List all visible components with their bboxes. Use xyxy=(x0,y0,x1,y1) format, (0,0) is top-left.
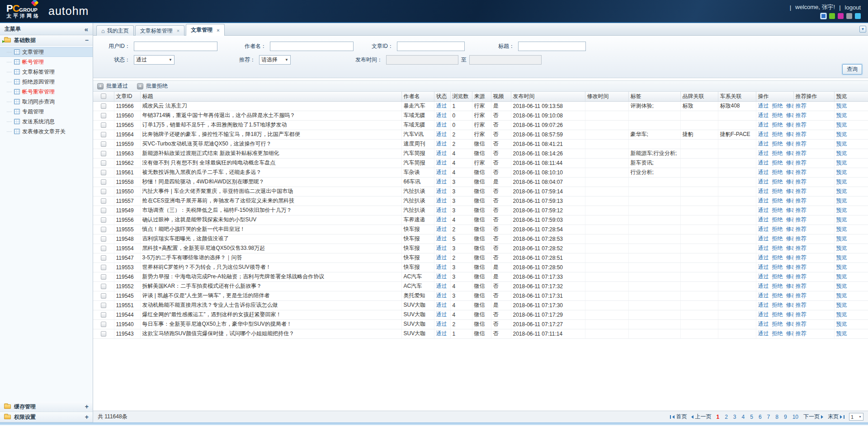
reject-link[interactable]: 拒绝 xyxy=(772,292,783,299)
reject-link[interactable]: 拒绝 xyxy=(772,140,783,147)
row-checkbox[interactable] xyxy=(101,151,106,156)
page-number-8[interactable]: 8 xyxy=(775,414,779,420)
approve-link[interactable]: 通过 xyxy=(758,330,769,337)
reject-link[interactable]: 拒绝 xyxy=(772,254,783,261)
recommend-link[interactable]: 推荐 xyxy=(796,122,807,128)
approve-link[interactable]: 通过 xyxy=(758,302,769,308)
preview-link[interactable]: 预览 xyxy=(836,245,847,251)
page-number-9[interactable]: 9 xyxy=(783,414,788,420)
preview-link[interactable]: 预览 xyxy=(836,169,847,175)
page-number-3[interactable]: 3 xyxy=(733,414,737,420)
logout-link[interactable]: logout xyxy=(845,4,861,11)
preview-link[interactable]: 预览 xyxy=(836,159,847,166)
row-checkbox[interactable] xyxy=(101,189,106,194)
author-name-input[interactable] xyxy=(270,42,354,51)
recommend-link[interactable]: 推荐 xyxy=(796,292,807,299)
edit-link[interactable]: 修改 xyxy=(786,264,794,270)
edit-link[interactable]: 修改 xyxy=(786,226,794,232)
recommend-link[interactable]: 推荐 xyxy=(796,273,807,280)
edit-link[interactable]: 修改 xyxy=(786,207,794,213)
edit-link[interactable]: 修改 xyxy=(786,321,794,327)
status-select[interactable]: 通过 ▼ xyxy=(134,55,175,65)
tab-menu-button[interactable]: ▼ xyxy=(859,26,866,33)
reject-link[interactable]: 拒绝 xyxy=(772,197,783,204)
preview-link[interactable]: 预览 xyxy=(836,321,847,327)
recommend-link[interactable]: 推荐 xyxy=(796,140,807,147)
edit-link[interactable]: 修改 xyxy=(786,122,794,128)
last-page-button[interactable]: 末页 xyxy=(828,413,844,421)
edit-link[interactable]: 修改 xyxy=(786,131,794,137)
first-page-button[interactable]: 首页 xyxy=(670,413,687,421)
sidebar-panel[interactable]: 权限设置+ xyxy=(0,412,93,422)
reject-link[interactable]: 拒绝 xyxy=(772,159,783,166)
approve-link[interactable]: 通过 xyxy=(758,131,769,137)
sidebar-group-basic-data[interactable]: 基础数据 − xyxy=(0,35,93,46)
row-checkbox[interactable] xyxy=(101,208,106,213)
sidebar-item[interactable]: 文章标签管理 xyxy=(0,67,93,77)
sidebar-item[interactable]: 文章管理 xyxy=(0,47,93,57)
page-number-4[interactable]: 4 xyxy=(741,414,745,420)
sidebar-item[interactable]: 取消同步查询 xyxy=(0,97,93,107)
recommend-link[interactable]: 推荐 xyxy=(796,311,807,318)
publish-start-input[interactable] xyxy=(386,55,458,65)
page-number-10[interactable]: 10 xyxy=(792,414,799,420)
row-checkbox[interactable] xyxy=(101,312,106,318)
recommend-link[interactable]: 推荐 xyxy=(796,150,807,156)
reject-link[interactable]: 拒绝 xyxy=(772,216,783,223)
approve-link[interactable]: 通过 xyxy=(758,311,769,318)
approve-link[interactable]: 通过 xyxy=(758,188,769,194)
recommend-link[interactable]: 推荐 xyxy=(796,216,807,223)
preview-link[interactable]: 预览 xyxy=(836,122,847,128)
approve-link[interactable]: 通过 xyxy=(758,150,769,156)
row-checkbox[interactable] xyxy=(101,179,106,185)
edit-link[interactable]: 修改 xyxy=(786,330,794,337)
recommend-link[interactable]: 推荐 xyxy=(796,207,807,213)
edit-link[interactable]: 修改 xyxy=(786,159,794,166)
recommend-link[interactable]: 推荐 xyxy=(796,254,807,261)
sidebar-item[interactable]: 发表修改文章开关 xyxy=(0,126,93,136)
sidebar-item[interactable]: 拒绝原因管理 xyxy=(0,77,93,87)
user-id-input[interactable] xyxy=(134,42,217,51)
recommend-link[interactable]: 推荐 xyxy=(796,197,807,204)
theme-swatch-sky[interactable] xyxy=(855,13,861,19)
row-checkbox[interactable] xyxy=(101,103,106,109)
title-input[interactable] xyxy=(518,42,586,51)
reject-link[interactable]: 拒绝 xyxy=(772,150,783,156)
approve-link[interactable]: 通过 xyxy=(758,283,769,289)
reject-link[interactable]: 拒绝 xyxy=(772,311,783,318)
preview-link[interactable]: 预览 xyxy=(836,216,847,223)
approve-link[interactable]: 通过 xyxy=(758,178,769,185)
edit-link[interactable]: 修改 xyxy=(786,197,794,204)
row-checkbox[interactable] xyxy=(101,141,106,147)
page-number-7[interactable]: 7 xyxy=(767,414,771,420)
recommend-link[interactable]: 推荐 xyxy=(796,283,807,289)
batch-approve-button[interactable]: + 批量通过 xyxy=(97,82,128,90)
reject-link[interactable]: 拒绝 xyxy=(772,178,783,185)
batch-reject-button[interactable]: + 批量拒绝 xyxy=(137,82,168,90)
sidebar-item[interactable]: 帐号重审管理 xyxy=(0,87,93,97)
recommend-link[interactable]: 推荐 xyxy=(796,169,807,175)
recommend-link[interactable]: 推荐 xyxy=(796,264,807,270)
preview-link[interactable]: 预览 xyxy=(836,226,847,232)
expand-plus-icon[interactable]: + xyxy=(85,414,89,420)
edit-link[interactable]: 修改 xyxy=(786,273,794,280)
row-checkbox[interactable] xyxy=(101,284,106,289)
publish-end-input[interactable] xyxy=(469,55,542,65)
sidebar-item[interactable]: 发送系统消息 xyxy=(0,117,93,126)
edit-link[interactable]: 修改 xyxy=(786,245,794,251)
row-checkbox[interactable] xyxy=(101,255,106,261)
preview-link[interactable]: 预览 xyxy=(836,140,847,147)
edit-link[interactable]: 修改 xyxy=(786,216,794,223)
edit-link[interactable]: 修改 xyxy=(786,188,794,194)
recommend-link[interactable]: 推荐 xyxy=(796,245,807,251)
approve-link[interactable]: 通过 xyxy=(758,273,769,280)
page-number-5[interactable]: 5 xyxy=(750,414,754,420)
recommend-link[interactable]: 推荐 xyxy=(796,178,807,185)
row-checkbox[interactable] xyxy=(101,322,106,327)
preview-link[interactable]: 预览 xyxy=(836,254,847,261)
sidebar-panel[interactable]: 缓存管理+ xyxy=(0,402,93,412)
row-checkbox[interactable] xyxy=(101,113,106,118)
preview-link[interactable]: 预览 xyxy=(836,178,847,185)
edit-link[interactable]: 修改 xyxy=(786,140,794,147)
preview-link[interactable]: 预览 xyxy=(836,302,847,308)
